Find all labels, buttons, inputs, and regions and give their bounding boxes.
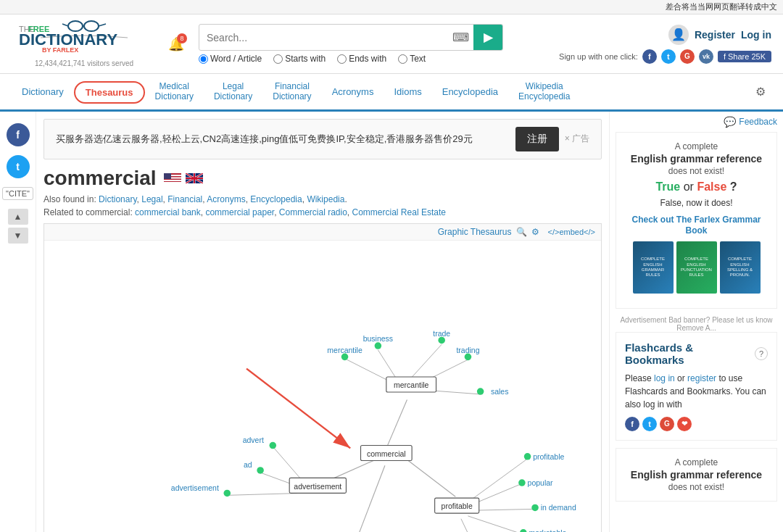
svg-point-75 xyxy=(531,504,539,511)
svg-line-6 xyxy=(99,24,106,26)
flashcard-vk-icon[interactable]: ❤ xyxy=(677,417,692,431)
svg-text:sales: sales xyxy=(491,387,509,396)
nav-financial-dictionary[interactable]: FinancialDictionary xyxy=(262,74,321,112)
word-title: commercial xyxy=(44,167,157,190)
flashcard-fb-icon[interactable]: f xyxy=(625,417,639,431)
cite-button[interactable]: "CITE" xyxy=(2,187,33,200)
related-commercial-bank[interactable]: commercial bank xyxy=(135,207,201,217)
google-signin-icon[interactable]: G xyxy=(680,49,695,64)
auth-buttons: 👤 Register Log in xyxy=(668,25,771,45)
nav-idioms[interactable]: Idioms xyxy=(384,79,431,107)
svg-point-3 xyxy=(84,21,99,31)
vk-signin-icon[interactable]: vk xyxy=(699,49,713,64)
flashcards-title: Flashcards & Bookmarks xyxy=(625,341,755,366)
grammar-line1: A complete xyxy=(625,141,768,151)
register-link[interactable]: register xyxy=(687,373,716,383)
grammar-card: A complete English grammar reference doe… xyxy=(616,132,777,309)
feedback-link[interactable]: 💬 Feedback xyxy=(616,116,777,128)
search-option-text[interactable]: Text xyxy=(398,54,426,64)
search-options: Word / Article Starts with Ends with Tex… xyxy=(199,54,547,64)
twitter-share-sidebar[interactable]: t xyxy=(7,155,30,178)
search-button[interactable]: ▶ xyxy=(473,25,502,50)
svg-text:BY FARLEX: BY FARLEX xyxy=(42,46,78,54)
ad-register-button[interactable]: 注册 xyxy=(515,127,559,151)
word-title-row: commercial xyxy=(44,167,602,190)
svg-line-39 xyxy=(468,516,521,532)
flashcard-tw-icon[interactable]: t xyxy=(642,417,657,431)
center-content: 买服务器选亿速云服务器,轻松上云,CN2高速连接,ping值低可免费换IP,安全… xyxy=(36,112,609,532)
book-cover-3[interactable]: COMPLETEENGLISHSPELLING &PRONUN. xyxy=(720,241,761,294)
book-cover-2[interactable]: COMPLETEENGLISHPUNCTUATIONRULES xyxy=(676,241,717,294)
book-title-1: COMPLETEENGLISHGRAMMARRULES xyxy=(641,257,665,278)
search-option-word[interactable]: Word / Article xyxy=(199,54,262,64)
svg-line-38 xyxy=(471,509,534,510)
help-icon[interactable]: ? xyxy=(755,347,768,360)
main-content: f t "CITE" ▲ ▼ 买服务器选亿速云服务器,轻松上云,CN2高速连接,… xyxy=(0,112,783,532)
svg-point-63 xyxy=(477,388,484,395)
svg-point-69 xyxy=(224,489,231,496)
ad-close-button[interactable]: × 广告 xyxy=(565,133,589,145)
nav-settings-icon[interactable]: ⚙ xyxy=(750,79,771,104)
svg-point-73 xyxy=(518,479,526,486)
keyboard-icon[interactable]: ⌨ xyxy=(448,30,473,44)
svg-text:advert: advert xyxy=(243,436,264,444)
facebook-share-button[interactable]: f Share 25K xyxy=(718,51,771,62)
uk-flag-icon[interactable] xyxy=(186,173,203,183)
svg-line-40 xyxy=(461,519,475,532)
flashcard-google-icon[interactable]: G xyxy=(660,417,674,431)
nav-acronyms[interactable]: Acronyms xyxy=(322,79,384,107)
book-cover-1[interactable]: COMPLETEENGLISHGRAMMARRULES xyxy=(633,241,674,294)
related-commercial-radio[interactable]: Commercial radio xyxy=(279,207,347,217)
right-sidebar: 💬 Feedback A complete English grammar re… xyxy=(609,112,783,532)
header-right: 👤 Register Log in Sign up with one click… xyxy=(559,25,771,64)
svg-point-67 xyxy=(257,467,264,474)
top-bar-text: 差合将当当网网页翻译转成中文 xyxy=(666,2,777,11)
nav-encyclopedia[interactable]: Encyclopedia xyxy=(432,79,508,107)
svg-point-55 xyxy=(375,342,382,349)
twitter-signin-icon[interactable]: t xyxy=(661,49,676,64)
related-commercial-paper[interactable]: commercial paper xyxy=(205,207,274,217)
also-found-encyclopedia[interactable]: Encyclopedia xyxy=(250,194,302,204)
nav-arrows: ▲ ▼ xyxy=(8,209,28,244)
related-commercial-real-estate[interactable]: Commercial Real Estate xyxy=(352,207,446,217)
nav-thesaurus[interactable]: Thesaurus xyxy=(74,81,145,104)
login-button[interactable]: Log in xyxy=(741,29,771,41)
also-found-wikipedia[interactable]: Wikipedia xyxy=(307,194,344,204)
prev-arrow[interactable]: ▲ xyxy=(8,209,28,225)
notification-bell[interactable]: 🔔 8 xyxy=(168,36,184,52)
settings-thesaurus-icon[interactable]: ⚙ xyxy=(531,227,539,237)
svg-text:business: business xyxy=(363,334,393,343)
search-option-ends[interactable]: Ends with xyxy=(337,54,386,64)
nav-medical-dictionary[interactable]: MedicalDictionary xyxy=(145,74,204,112)
next-arrow[interactable]: ▼ xyxy=(8,228,28,244)
register-button[interactable]: Register xyxy=(695,29,735,41)
us-flag-icon[interactable] xyxy=(164,173,181,183)
nav-dictionary[interactable]: Dictionary xyxy=(12,79,74,107)
nav-legal-dictionary[interactable]: LegalDictionary xyxy=(204,74,262,112)
svg-line-26 xyxy=(406,458,456,496)
ad-banner: 买服务器选亿速云服务器,轻松上云,CN2高速连接,ping值低可免费换IP,安全… xyxy=(44,119,602,159)
login-link[interactable]: log in xyxy=(654,373,675,383)
true-false-text: True or False ? xyxy=(625,180,768,194)
facebook-share-sidebar[interactable]: f xyxy=(7,123,30,146)
flashcard-socials: f t G ❤ xyxy=(625,417,768,431)
also-found-dictionary[interactable]: Dictionary xyxy=(99,194,136,204)
also-found-legal[interactable]: Legal xyxy=(141,194,162,204)
logo-svg[interactable]: THE FREE DICTIONARY BY FARLEX xyxy=(19,20,149,58)
search-input[interactable] xyxy=(199,26,448,49)
ad-notice: Advertisement Bad banner? Please let us … xyxy=(616,316,777,332)
svg-text:profitable: profitable xyxy=(533,452,564,460)
word-icons xyxy=(164,173,203,183)
grammar-book-cta[interactable]: Check out The Farlex Grammar Book xyxy=(631,215,761,236)
search-option-starts[interactable]: Starts with xyxy=(273,54,326,64)
logo-area: THE FREE DICTIONARY BY FARLEX 12,434,421… xyxy=(12,20,157,67)
grammar-line1-bottom: A complete xyxy=(625,457,768,467)
svg-rect-14 xyxy=(164,173,171,179)
also-found-financial[interactable]: Financial xyxy=(167,194,202,204)
search-thesaurus-icon[interactable]: 🔍 xyxy=(516,227,527,237)
facebook-signin-icon[interactable]: f xyxy=(642,49,657,64)
embed-link[interactable]: </>embed</> xyxy=(548,228,595,236)
false-text: False xyxy=(697,180,726,193)
also-found-acronyms[interactable]: Acronyms xyxy=(207,194,245,204)
nav-wikipedia[interactable]: WikipediaEncyclopedia xyxy=(508,74,580,112)
